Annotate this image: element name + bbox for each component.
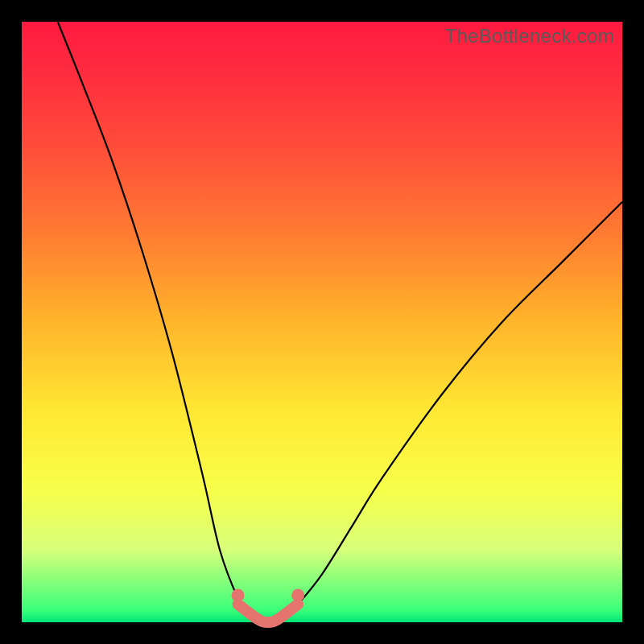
highlight-dot [232,588,245,601]
bottleneck-curve [58,22,622,623]
highlight-dot [291,588,304,601]
chart-area: TheBottleneck.com [22,22,622,622]
highlight-dots [232,588,305,601]
optimal-range [238,605,299,622]
plot-svg [22,22,622,622]
watermark-label: TheBottleneck.com [444,25,614,47]
